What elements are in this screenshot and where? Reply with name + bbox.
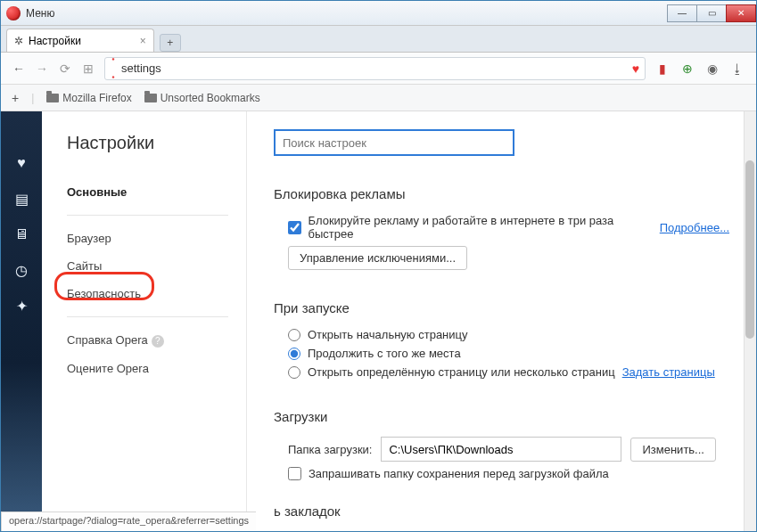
url-box[interactable]: ♥ (104, 57, 646, 80)
maximize-button[interactable]: ▭ (696, 4, 727, 22)
speed-dial-icon[interactable]: ⊞ (81, 61, 95, 76)
back-icon[interactable]: ← (12, 61, 26, 76)
tab-settings[interactable]: ✲ Настройки × (6, 29, 154, 52)
folder-icon (46, 94, 59, 102)
news-icon[interactable]: ▤ (12, 192, 30, 206)
ask-folder-checkbox[interactable] (288, 467, 301, 480)
section-bookmarks-bar-heading: ь закладок (274, 503, 729, 519)
extensions-icon[interactable]: ✦ (12, 299, 30, 313)
status-bar: opera://startpage/?dialog=rate_opera&ref… (1, 512, 256, 531)
adblock-learn-more-link[interactable]: Подробнее... (660, 221, 729, 234)
favorites-heart-icon[interactable]: ♥ (12, 156, 30, 170)
startup-radio-continue[interactable] (288, 348, 300, 360)
section-startup-heading: При запуске (274, 300, 729, 315)
gear-icon: ✲ (14, 35, 23, 47)
bookmark-folder[interactable]: Unsorted Bookmarks (144, 92, 260, 104)
menu-label[interactable]: Меню (26, 7, 54, 20)
adblock-checkbox[interactable] (288, 221, 301, 234)
bookmarks-bar: + | Mozilla Firefox Unsorted Bookmarks (1, 85, 756, 111)
minimize-button[interactable]: — (667, 4, 697, 22)
close-window-button[interactable]: ✕ (726, 4, 756, 22)
ask-folder-label: Запрашивать папку сохранения перед загру… (309, 467, 609, 480)
nav-item-browser[interactable]: Браузер (67, 225, 246, 252)
address-bar-row: ← → ⟳ ⊞ ♥ ▮ ⊕ ◉ ⭳ (1, 53, 756, 85)
download-icon[interactable]: ⭳ (729, 61, 745, 76)
bookmark-folder[interactable]: Mozilla Firefox (46, 92, 131, 104)
section-downloads-heading: Загрузки (274, 409, 729, 424)
vpn-globe-icon[interactable]: ⊕ (679, 61, 695, 76)
folder-icon (144, 94, 157, 102)
tab-label: Настройки (29, 35, 81, 47)
download-folder-input[interactable] (381, 437, 621, 462)
vertical-sidebar: ♥ ▤ 🖥 ◷ ✦ (1, 111, 42, 531)
download-folder-label: Папка загрузки: (288, 443, 372, 456)
page-title: Настройки (67, 133, 246, 153)
window-titlebar: Меню — ▭ ✕ (1, 1, 756, 26)
nav-item-sites[interactable]: Сайты (67, 252, 246, 280)
url-input[interactable] (121, 61, 627, 75)
startup-radio-specific[interactable] (288, 366, 300, 379)
opera-logo-icon (6, 6, 21, 20)
forward-icon[interactable]: → (35, 61, 49, 76)
help-question-icon: ? (152, 335, 164, 348)
settings-search-input[interactable] (274, 129, 514, 156)
startup-opt2-label: Продолжить с того же места (308, 347, 461, 360)
opera-o-icon (111, 61, 116, 77)
scrollbar-track[interactable] (744, 111, 756, 531)
heart-icon[interactable]: ♥ (632, 61, 639, 76)
nav-main-category[interactable]: Основные (67, 178, 246, 206)
startup-opt3-label: Открыть определённую страницу или нескол… (308, 365, 615, 379)
history-icon[interactable]: ◷ (12, 263, 30, 277)
shield-icon[interactable]: ◉ (704, 61, 720, 76)
adblock-checkbox-label: Блокируйте рекламу и работайте в интерне… (309, 214, 653, 241)
set-pages-link[interactable]: Задать страницы (622, 365, 715, 379)
manage-exceptions-button[interactable]: Управление исключениями... (288, 246, 467, 270)
main-area: ♥ ▤ 🖥 ◷ ✦ Настройки Основные Браузер Сай… (1, 111, 756, 531)
section-adblock-heading: Блокировка рекламы (274, 186, 729, 201)
content-pane: Блокировка рекламы Блокируйте рекламу и … (247, 111, 756, 531)
close-tab-icon[interactable]: × (140, 35, 146, 47)
new-tab-button[interactable]: + (160, 34, 181, 52)
nav-item-rate[interactable]: Оцените Opera (67, 355, 246, 382)
nav-item-help[interactable]: Справка Opera? (67, 326, 246, 355)
nav-item-security[interactable]: Безопасность (67, 280, 246, 307)
add-bookmark-icon[interactable]: + (12, 91, 19, 105)
devices-icon[interactable]: 🖥 (12, 227, 30, 241)
tab-strip: ✲ Настройки × + (1, 26, 756, 53)
change-folder-button[interactable]: Изменить... (630, 438, 715, 462)
reload-icon[interactable]: ⟳ (58, 61, 72, 76)
speeddial-icon[interactable] (12, 120, 30, 135)
sidebar-toggle-icon[interactable]: ▮ (654, 61, 671, 76)
scrollbar-thumb[interactable] (745, 160, 754, 339)
settings-nav: Настройки Основные Браузер Сайты Безопас… (42, 111, 247, 531)
startup-radio-home[interactable] (288, 329, 300, 341)
startup-opt1-label: Открыть начальную страницу (308, 328, 468, 341)
